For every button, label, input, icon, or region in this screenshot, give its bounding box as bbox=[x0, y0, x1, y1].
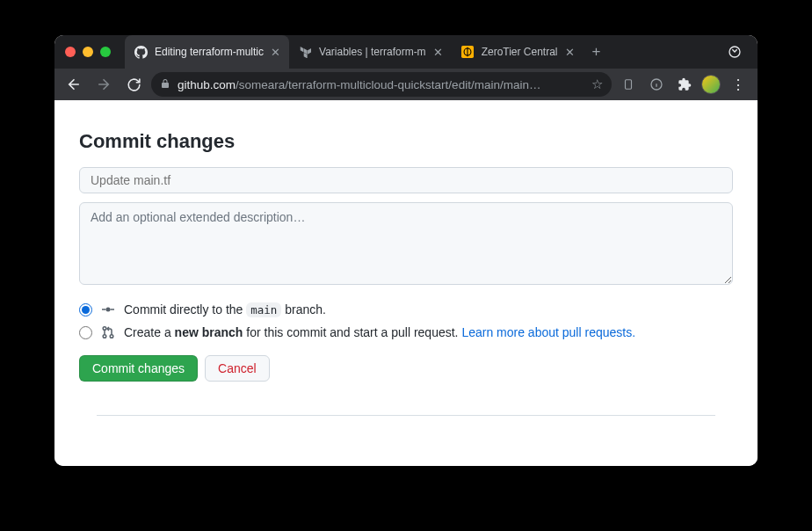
cancel-button[interactable]: Cancel bbox=[205, 355, 270, 382]
page-content: Commit changes Commit directly to the ma… bbox=[54, 100, 758, 466]
commit-newbranch-radio-row[interactable]: Create a new branch for this commit and … bbox=[79, 325, 733, 339]
browser-window: Editing terraform-multic ✕ Variables | t… bbox=[54, 35, 758, 466]
svg-rect-4 bbox=[626, 80, 632, 90]
browser-titlebar: Editing terraform-multic ✕ Variables | t… bbox=[54, 35, 758, 69]
git-pull-request-icon bbox=[101, 325, 115, 339]
tab-title: Variables | terraform-m bbox=[319, 46, 426, 58]
new-tab-button[interactable]: + bbox=[584, 35, 610, 69]
close-tab-icon[interactable]: ✕ bbox=[433, 46, 443, 59]
commit-direct-radio-row[interactable]: Commit directly to the main branch. bbox=[79, 302, 733, 316]
svg-point-11 bbox=[110, 335, 113, 338]
window-controls bbox=[65, 47, 111, 57]
commit-description-input[interactable] bbox=[79, 202, 733, 285]
address-bar: github.com/someara/terraform-multicloud-… bbox=[54, 69, 758, 100]
reload-button[interactable] bbox=[121, 72, 146, 97]
tab-title: Editing terraform-multic bbox=[155, 46, 264, 58]
maximize-window-button[interactable] bbox=[100, 47, 111, 57]
lock-icon bbox=[160, 78, 170, 91]
browser-tabs: Editing terraform-multic ✕ Variables | t… bbox=[125, 35, 722, 69]
bookmark-icon[interactable]: ☆ bbox=[591, 76, 603, 92]
commit-newbranch-radio[interactable] bbox=[79, 326, 92, 339]
tab-zerotier[interactable]: ZeroTier Central ✕ bbox=[452, 35, 584, 69]
page-title: Commit changes bbox=[79, 130, 733, 153]
close-tab-icon[interactable]: ✕ bbox=[271, 46, 280, 59]
extensions-icon[interactable] bbox=[673, 73, 696, 96]
minimize-window-button[interactable] bbox=[83, 47, 93, 57]
tab-github-edit[interactable]: Editing terraform-multic ✕ bbox=[125, 35, 289, 69]
info-icon[interactable] bbox=[645, 73, 668, 96]
device-icon[interactable] bbox=[617, 73, 640, 96]
github-icon bbox=[134, 45, 148, 59]
profile-avatar[interactable] bbox=[701, 75, 721, 94]
tab-title: ZeroTier Central bbox=[482, 46, 558, 58]
browser-menu-icon[interactable]: ⋮ bbox=[726, 76, 750, 93]
close-tab-icon[interactable]: ✕ bbox=[565, 46, 575, 59]
forward-button[interactable] bbox=[91, 72, 116, 97]
button-row: Commit changes Cancel bbox=[79, 355, 733, 382]
url-text: github.com/someara/terraform-multicloud-… bbox=[178, 78, 540, 91]
commit-changes-button[interactable]: Commit changes bbox=[79, 355, 198, 382]
back-button[interactable] bbox=[62, 72, 86, 97]
pull-request-learn-more-link[interactable]: Learn more about pull requests. bbox=[461, 325, 635, 339]
url-bar[interactable]: github.com/someara/terraform-multicloud-… bbox=[151, 72, 612, 97]
commit-direct-label: Commit directly to the main branch. bbox=[124, 302, 326, 316]
tab-terraform-vars[interactable]: Variables | terraform-m ✕ bbox=[289, 35, 452, 69]
commit-newbranch-label: Create a new branch for this commit and … bbox=[124, 325, 635, 339]
close-window-button[interactable] bbox=[65, 47, 76, 57]
svg-point-9 bbox=[103, 327, 106, 331]
terraform-icon bbox=[298, 45, 312, 59]
svg-point-8 bbox=[106, 308, 111, 312]
svg-point-10 bbox=[103, 335, 106, 338]
footer-divider bbox=[97, 415, 715, 416]
git-commit-icon bbox=[101, 302, 115, 316]
commit-direct-radio[interactable] bbox=[79, 303, 92, 316]
zerotier-icon bbox=[460, 45, 475, 59]
cast-icon[interactable] bbox=[722, 45, 747, 59]
commit-title-input[interactable] bbox=[79, 167, 733, 193]
